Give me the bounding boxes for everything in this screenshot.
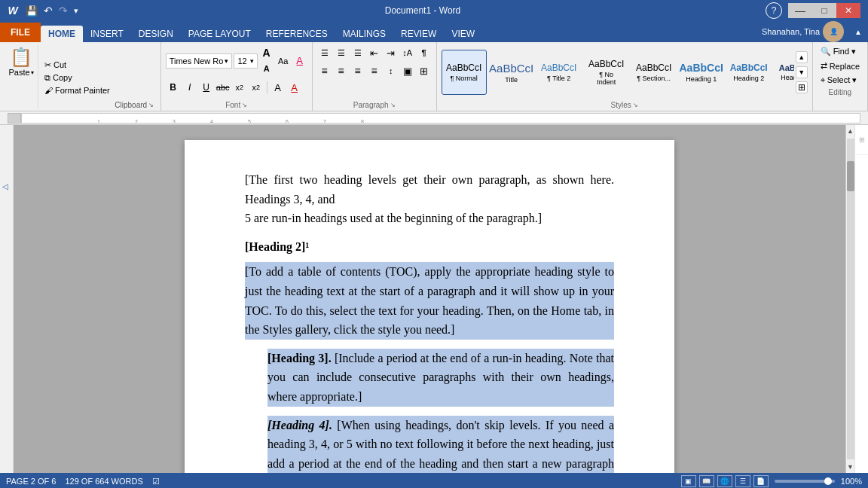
shrink-font-button[interactable]: A [259, 61, 274, 76]
italic-button[interactable]: I [182, 80, 197, 95]
ruler: 1 2 3 4 5 6 7 8 [0, 111, 868, 125]
align-center-button[interactable]: ≡ [334, 63, 349, 78]
zoom-slider[interactable] [775, 480, 835, 483]
paste-button[interactable]: 📋 Paste ▾ [5, 45, 38, 109]
shading-button[interactable]: ▣ [400, 63, 415, 78]
style-title2[interactable]: AaBbCcI ¶ Title 2 [536, 50, 582, 95]
zoom-thumb[interactable] [824, 477, 832, 485]
tab-view[interactable]: VIEW [444, 26, 482, 42]
find-icon: 🔍 [821, 47, 831, 56]
heading2-block: [Heading 2]¹ [245, 237, 614, 257]
sort-button[interactable]: ↕A [400, 45, 415, 60]
restore-button[interactable]: □ [812, 3, 836, 18]
font-expand-icon[interactable]: ↘ [242, 102, 247, 108]
redo-icon[interactable]: ↷ [57, 3, 69, 18]
paste-label: Paste [8, 68, 29, 77]
user-name: Shanahan, Tina [762, 27, 820, 36]
zoom-level: 100% [841, 477, 862, 486]
select-icon: ⌖ [821, 75, 825, 85]
tab-design[interactable]: DESIGN [131, 26, 181, 42]
line-spacing-button[interactable]: ↕ [384, 63, 399, 78]
clipboard-label: Clipboard ↘ [113, 101, 156, 109]
tab-references[interactable]: REFERENCES [258, 26, 335, 42]
scissors-icon: ✂ [44, 60, 51, 70]
bullets-button[interactable]: ☰ [317, 45, 332, 60]
tab-insert[interactable]: INSERT [83, 26, 131, 42]
subscript-button[interactable]: x2 [232, 80, 247, 95]
web-layout-button[interactable]: 🌐 [717, 475, 732, 487]
style-heading3[interactable]: AaBbCcI Heading 3 [774, 50, 794, 95]
tab-mailings[interactable]: MAILINGS [335, 26, 393, 42]
collapse-ribbon-button[interactable]: ▲ [850, 26, 866, 38]
side-panel-label: ⊞ [858, 137, 866, 143]
justify-button[interactable]: ≡ [367, 63, 382, 78]
show-marks-button[interactable]: ¶ [417, 45, 432, 60]
tab-page-layout[interactable]: PAGE LAYOUT [181, 26, 258, 42]
document-page[interactable]: [The first two heading levels get their … [185, 140, 674, 473]
multilevel-list-button[interactable]: ☰ [350, 45, 365, 60]
decrease-indent-button[interactable]: ⇤ [367, 45, 382, 60]
paste-icon: 📋 [10, 47, 32, 68]
style-heading1[interactable]: AaBbCcI Heading 1 [679, 50, 724, 95]
styles-scroll-down[interactable]: ▼ [796, 66, 808, 78]
increase-indent-button[interactable]: ⇥ [384, 45, 399, 60]
select-button[interactable]: ⌖ Select ▾ [818, 74, 863, 87]
copy-button[interactable]: ⧉ Copy [41, 72, 113, 84]
style-no-indent[interactable]: AaBbCcI ¶ No Indent [584, 50, 629, 95]
change-case-button[interactable]: Aa [276, 53, 291, 69]
text-highlight-button[interactable]: A [270, 80, 286, 95]
styles-expand-icon[interactable]: ↘ [633, 102, 638, 108]
superscript-button[interactable]: x2 [249, 80, 264, 95]
print-layout-button[interactable]: ▣ [681, 475, 696, 487]
close-button[interactable]: ✕ [836, 3, 860, 18]
bold-button[interactable]: B [166, 80, 181, 95]
heading2-text: [Heading 2]¹ [245, 237, 614, 257]
quick-access-toolbar: 💾 ↶ ↷ ▾ [24, 3, 80, 18]
scroll-thumb[interactable] [847, 161, 854, 191]
paragraph-expand-icon[interactable]: ↘ [390, 102, 396, 108]
style-normal[interactable]: AaBbCcI ¶ Normal [442, 50, 487, 95]
user-avatar[interactable]: 👤 [823, 21, 844, 42]
tab-file[interactable]: FILE [0, 23, 41, 42]
underline-button[interactable]: U [199, 80, 214, 95]
outline-view-button[interactable]: ☰ [735, 475, 750, 487]
grow-font-button[interactable]: A [259, 45, 274, 60]
styles-scroll-more[interactable]: ⊞ [796, 81, 808, 93]
font-name-dropdown[interactable]: Times New Ro ▾ [166, 53, 233, 69]
paintbrush-icon: 🖌 [44, 86, 53, 95]
replace-button[interactable]: ⇄ Replace [818, 59, 863, 72]
scroll-down-button[interactable]: ▼ [846, 461, 855, 473]
style-title[interactable]: AaBbCcI Title [489, 50, 534, 95]
font-group: Times New Ro ▾ 12 ▾ A A Aa A B I U abc [161, 42, 313, 111]
draft-view-button[interactable]: 📄 [753, 475, 769, 487]
borders-button[interactable]: ⊞ [417, 63, 432, 78]
undo-icon[interactable]: ↶ [42, 3, 54, 18]
format-painter-button[interactable]: 🖌 Format Painter [41, 84, 113, 96]
clipboard-expand-icon[interactable]: ↘ [148, 102, 154, 108]
font-size-dropdown[interactable]: 12 ▾ [234, 53, 257, 69]
word-count-text: 129 OF 664 WORDS [65, 477, 142, 486]
heading3-label: [Heading 3]. [267, 352, 332, 364]
clear-format-button[interactable]: A [292, 53, 307, 69]
style-section[interactable]: AaBbCcI ¶ Section... [631, 50, 677, 95]
cut-button[interactable]: ✂ Cut [41, 59, 113, 72]
help-button[interactable]: ? [766, 2, 782, 19]
align-right-button[interactable]: ≡ [350, 63, 365, 78]
align-left-button[interactable]: ≡ [317, 63, 332, 78]
style-heading2[interactable]: AaBbCcI Heading 2 [726, 50, 772, 95]
scroll-up-button[interactable]: ▲ [846, 125, 855, 137]
find-button[interactable]: 🔍 Find ▾ [818, 45, 863, 58]
save-icon[interactable]: 💾 [24, 4, 39, 18]
heading4-paragraph: [Heading 4]. [When using headings, don't… [267, 416, 614, 473]
font-color-button[interactable]: A [287, 80, 302, 95]
customize-icon[interactable]: ▾ [72, 5, 80, 17]
tab-home[interactable]: HOME [41, 26, 83, 42]
tab-review[interactable]: REVIEW [393, 26, 444, 42]
strikethrough-button[interactable]: abc [215, 80, 231, 95]
scroll-track[interactable] [847, 139, 854, 459]
heading-collapse-icon[interactable]: ◁ [2, 182, 8, 191]
styles-scroll-up[interactable]: ▲ [796, 51, 808, 63]
numbering-button[interactable]: ☰ [334, 45, 349, 60]
minimize-button[interactable]: — [788, 3, 812, 18]
full-reading-button[interactable]: 📖 [699, 475, 714, 487]
